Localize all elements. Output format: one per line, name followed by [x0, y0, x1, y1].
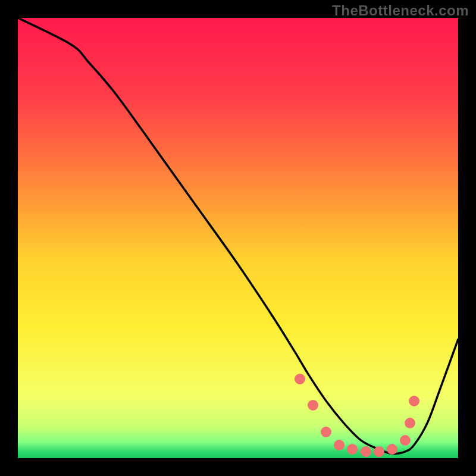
chart-frame: TheBottleneck.com [0, 0, 476, 476]
plot-area [18, 18, 458, 458]
data-marker [405, 418, 415, 428]
data-marker [400, 435, 411, 446]
data-marker [308, 400, 318, 411]
data-marker [387, 444, 397, 455]
data-marker [321, 427, 331, 437]
data-marker [334, 440, 345, 450]
watermark-text: TheBottleneck.com [332, 2, 469, 19]
data-marker [361, 446, 371, 457]
data-marker [347, 444, 358, 455]
bottleneck-curve [18, 18, 458, 458]
data-marker [374, 446, 384, 457]
data-marker [409, 396, 419, 406]
data-marker [295, 374, 305, 384]
